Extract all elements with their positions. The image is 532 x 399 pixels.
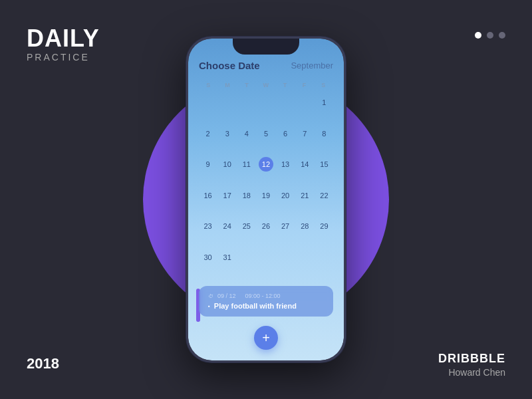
cal-cell-wrapper (257, 249, 275, 266)
cal-cell-wrapper (218, 94, 236, 111)
calendar-day[interactable]: 24 (223, 217, 231, 235)
event-time: 09:00 - 12:00 (245, 293, 281, 299)
fab-section: + (199, 326, 333, 350)
cal-cell-wrapper: 26 (257, 217, 275, 235)
calendar-day[interactable]: 26 (262, 217, 270, 235)
event-card[interactable]: ⏱ 09 / 12 09:00 - 12:00 ▪ Play football … (199, 286, 333, 317)
brand-subtitle: PRACTICE (27, 52, 100, 63)
cal-cell-wrapper: 1 (315, 94, 333, 111)
cal-cell-wrapper: 6 (277, 125, 295, 142)
calendar-day[interactable]: 16 (203, 187, 211, 204)
event-time-row: ⏱ 09 / 12 09:00 - 12:00 (208, 293, 324, 299)
cal-cell-wrapper: 14 (296, 156, 314, 173)
cal-cell-wrapper (237, 249, 255, 266)
cal-cell-wrapper: 25 (237, 217, 255, 235)
calendar-day[interactable]: 31 (223, 249, 231, 266)
cal-cell-wrapper: 28 (296, 217, 314, 235)
cal-cell-wrapper: 9 (199, 156, 217, 173)
brand-title: DAILY (27, 27, 100, 51)
cal-cell-wrapper: 7 (296, 125, 314, 142)
dot-1[interactable] (475, 32, 481, 39)
day-header-s1: S (199, 82, 218, 88)
calendar-day[interactable]: 10 (223, 156, 231, 173)
day-header-f: F (295, 82, 314, 88)
calendar-day[interactable]: 17 (223, 187, 231, 204)
cal-cell-wrapper: 2 (199, 125, 217, 142)
calendar-day[interactable]: 4 (245, 125, 249, 142)
brand-top-left: DAILY PRACTICE (27, 27, 100, 63)
cal-cell-wrapper (277, 249, 295, 266)
credit-platform: DRIBBBLE (438, 352, 505, 366)
day-header-m: M (218, 82, 237, 88)
event-title: Play football with friend (214, 302, 297, 310)
calendar-day[interactable]: 5 (264, 125, 268, 142)
calendar-day[interactable]: 30 (203, 249, 211, 266)
cal-cell-wrapper: 11 (237, 156, 255, 173)
credit-section: DRIBBBLE Howard Chen (438, 352, 505, 378)
cal-cell-wrapper: 16 (199, 187, 217, 204)
cal-cell-wrapper: 12 (257, 156, 275, 173)
cal-cell-wrapper: 10 (218, 156, 236, 173)
calendar-day[interactable]: 18 (243, 187, 251, 204)
day-header-t1: T (237, 82, 257, 88)
credit-author: Howard Chen (438, 367, 505, 378)
calendar-day[interactable]: 25 (243, 217, 251, 235)
clock-icon: ⏱ (208, 293, 213, 299)
calendar-day[interactable]: 9 (206, 156, 210, 173)
calendar-day[interactable]: 15 (320, 156, 328, 173)
cal-cell-wrapper: 31 (218, 249, 236, 266)
day-headers-row: S M T W T F S (199, 82, 333, 88)
calendar-month: September (291, 61, 333, 70)
calendar-day[interactable]: 1 (322, 94, 326, 111)
day-header-t2: T (275, 82, 295, 88)
cal-cell-wrapper: 22 (315, 187, 333, 204)
cal-cell-wrapper: 3 (218, 125, 236, 142)
calendar-day[interactable]: 8 (322, 125, 326, 142)
event-section: ⏱ 09 / 12 09:00 - 12:00 ▪ Play football … (199, 286, 333, 317)
calendar-day[interactable]: 22 (320, 187, 328, 204)
cal-cell-wrapper (199, 94, 217, 111)
cal-cell-wrapper (237, 94, 255, 111)
day-header-w: W (257, 82, 276, 88)
calendar-day[interactable]: 28 (301, 217, 309, 235)
calendar-day[interactable]: 12 (259, 157, 273, 172)
cal-cell-wrapper: 15 (315, 156, 333, 173)
calendar-day[interactable]: 6 (283, 125, 287, 142)
screen-content: Choose Date September S M T W T F S 1234… (188, 39, 344, 360)
calendar-day[interactable]: 23 (203, 217, 211, 235)
cal-cell-wrapper: 18 (237, 187, 255, 204)
cal-cell-wrapper: 27 (277, 217, 295, 235)
calendar-day[interactable]: 29 (320, 217, 328, 235)
calendar-day[interactable]: 11 (243, 156, 251, 173)
cal-cell-wrapper (296, 94, 314, 111)
dot-2[interactable] (487, 32, 493, 39)
cal-cell-wrapper: 19 (257, 187, 275, 204)
calendar-day[interactable]: 7 (303, 125, 307, 142)
cal-cell-wrapper: 21 (296, 187, 314, 204)
calendar-day[interactable]: 21 (301, 187, 309, 204)
calendar-title: Choose Date (199, 60, 260, 71)
calendar-day[interactable]: 19 (262, 187, 270, 204)
phone-frame: Choose Date September S M T W T F S 1234… (186, 37, 346, 362)
dot-3[interactable] (499, 32, 505, 39)
cal-cell-wrapper: 4 (237, 125, 255, 142)
cal-cell-wrapper: 20 (277, 187, 295, 204)
phone-screen: Choose Date September S M T W T F S 1234… (188, 39, 344, 360)
pagination-dots (475, 32, 505, 39)
calendar-day[interactable]: 14 (301, 156, 309, 173)
cal-cell-wrapper: 24 (218, 217, 236, 235)
calendar-header: Choose Date September (199, 60, 333, 71)
add-event-button[interactable]: + (254, 326, 278, 350)
cal-cell-wrapper: 30 (199, 249, 217, 266)
calendar-day[interactable]: 20 (281, 187, 289, 204)
cal-cell-wrapper (315, 249, 333, 266)
calendar-day[interactable]: 27 (281, 217, 289, 235)
cal-cell-wrapper: 17 (218, 187, 236, 204)
cal-cell-wrapper: 8 (315, 125, 333, 142)
cal-cell-wrapper: 23 (199, 217, 217, 235)
cal-cell-wrapper (296, 249, 314, 266)
event-date: 09 / 12 (217, 293, 236, 299)
calendar-day[interactable]: 13 (281, 156, 289, 173)
calendar-day[interactable]: 3 (225, 125, 229, 142)
calendar-day[interactable]: 2 (206, 125, 210, 142)
